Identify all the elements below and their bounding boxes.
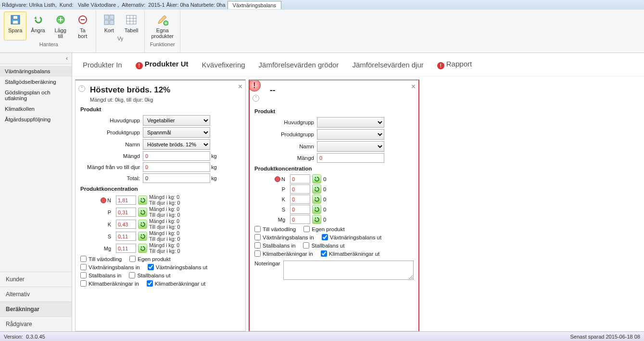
sidebar-item-atgard[interactable]: Åtgärdsuppföljning (0, 114, 72, 125)
table-view-button[interactable]: Tabell (120, 12, 143, 35)
reset-icon[interactable] (312, 205, 321, 214)
conc-s-input[interactable] (290, 205, 310, 214)
reset-icon[interactable] (138, 220, 147, 229)
reset-icon[interactable] (138, 196, 147, 205)
chk-nbin[interactable]: Växtnäringsbalans in (254, 234, 314, 240)
tab-kvavefixering[interactable]: Kvävefixering (202, 61, 245, 69)
sidebar-nav: Växtnäringsbalans Stallgödselberäkning G… (0, 64, 72, 127)
tab-produkter-ut[interactable]: !Produkter Ut (136, 60, 189, 69)
conc-k-input[interactable] (116, 220, 136, 229)
mangd-input[interactable] (143, 151, 210, 161)
undo-button[interactable]: Ångra (26, 12, 49, 40)
undo-icon (31, 13, 45, 26)
mangd-input[interactable] (317, 153, 384, 163)
save-button[interactable]: Spara (4, 12, 26, 40)
huvudgrupp-select[interactable]: Vegetabilier (143, 115, 210, 126)
conc-n-input[interactable] (116, 196, 136, 205)
remove-button[interactable]: Ta bort (72, 12, 94, 40)
section-label: Produktkoncentration (254, 166, 414, 171)
mvo-input[interactable] (143, 162, 210, 172)
chk-egen[interactable]: Egen produkt (129, 256, 170, 262)
sidebar-bottom-alternativ[interactable]: Alternativ (0, 287, 72, 302)
namn-select[interactable] (317, 141, 384, 152)
advisor-value: Ulrika Listh, (29, 2, 56, 8)
saved-label: Senast sparad (570, 334, 604, 340)
svg-rect-1 (13, 21, 18, 24)
conc-zero: 0 (323, 176, 326, 182)
chk-klut[interactable]: Klimatberäkningar ut (147, 280, 205, 287)
huvudgrupp-select[interactable] (317, 117, 384, 128)
sidebar-item-klimat[interactable]: Klimatkollen (0, 104, 72, 114)
svg-rect-7 (104, 20, 109, 25)
saved-value: 2015-06-18 08 (606, 334, 640, 340)
sidebar-item-vaxtnaringsbalans[interactable]: Växtnäringsbalans (0, 66, 72, 77)
close-icon[interactable]: × (238, 82, 242, 91)
namn-select[interactable]: Höstvete bröds. 12% (143, 139, 210, 150)
tab-rapport[interactable]: !Rapport (437, 60, 472, 69)
chk-klin[interactable]: Klimatberäkningar in (254, 250, 313, 257)
total-label: Total: (80, 175, 143, 181)
chk-tillvaxt[interactable]: Till växtodling (254, 226, 296, 232)
reset-icon[interactable] (312, 215, 321, 224)
reset-icon[interactable] (138, 232, 147, 241)
nutrient-label: Mg (254, 217, 288, 223)
unit-label: kg (211, 153, 217, 159)
card-icon (102, 13, 116, 26)
chk-nbut[interactable]: Växtnäringsbalans ut (148, 264, 207, 270)
section-label: Produkt (254, 108, 414, 114)
sidebar-bottom-berakningar[interactable]: Beräkningar (0, 302, 72, 316)
window-tab[interactable]: Växtnäringsbalans (227, 1, 282, 9)
sidebar-bottom: Kunder Alternativ Beräkningar Rådgivare (0, 272, 72, 331)
collapse-icon[interactable]: ˄ (253, 95, 259, 102)
reset-icon[interactable] (312, 174, 321, 184)
chk-tillvaxt[interactable]: Till växtodling (80, 256, 122, 262)
card-view-button[interactable]: Kort (98, 12, 120, 35)
chk-klin[interactable]: Klimatberäkningar in (80, 280, 139, 287)
collapse-icon[interactable]: ˄ (78, 85, 85, 92)
chk-egen[interactable]: Egen produkt (303, 226, 344, 232)
conc-k-input[interactable] (290, 195, 310, 204)
produktgrupp-select[interactable] (317, 129, 384, 140)
sidebar-collapse[interactable]: ‹ (0, 53, 72, 64)
nutrient-label: Mg (80, 246, 114, 251)
tab-jamf-grodor[interactable]: Jämförelsevärden grödor (259, 61, 339, 69)
chk-nbin[interactable]: Växtnäringsbalans in (80, 264, 140, 270)
produktgrupp-label: Produktgrupp (254, 131, 317, 137)
conc-n-input[interactable] (290, 174, 310, 184)
tab-produkter-in[interactable]: Produkter In (83, 61, 122, 69)
sidebar-bottom-kunder[interactable]: Kunder (0, 272, 72, 287)
sidebar-item-godslings[interactable]: Gödslingsplan och utlakning (0, 87, 72, 104)
concentration-grid: NMängd i kg: 0Till djur i kg: 0 PMängd i… (80, 195, 240, 254)
conc-s-input[interactable] (116, 232, 136, 241)
reset-icon[interactable] (138, 244, 147, 253)
produktgrupp-select[interactable]: Spannmål (143, 127, 210, 138)
chk-stut[interactable]: Stallbalans ut (303, 242, 344, 249)
chk-stin[interactable]: Stallbalans in (254, 242, 295, 249)
namn-label: Namn (80, 142, 143, 147)
reset-icon[interactable] (312, 184, 321, 194)
sidebar-bottom-radgivare[interactable]: Rådgivare (0, 316, 72, 331)
customer-value: Valle Växtodlare , (78, 2, 119, 8)
reset-icon[interactable] (312, 195, 321, 204)
add-button[interactable]: Lägg till (50, 12, 72, 40)
conc-zero: 0 (323, 186, 326, 192)
chk-stut[interactable]: Stallbalans ut (129, 272, 170, 278)
product-panel-1: × ˄ Höstvete bröds. 12% Mängd ut: 0kg, t… (75, 79, 246, 331)
chk-nbut[interactable]: Växtnäringsbalans ut (322, 234, 381, 240)
conc-mg-input[interactable] (290, 215, 310, 224)
nutrient-label: N (254, 176, 288, 182)
conc-p-input[interactable] (116, 208, 136, 217)
conc-p-input[interactable] (290, 184, 310, 194)
reset-icon[interactable] (138, 208, 147, 217)
close-icon[interactable]: × (411, 82, 416, 91)
sidebar-item-stallgodsel[interactable]: Stallgödselberäkning (0, 77, 72, 87)
customer-label: Kund: (60, 2, 74, 8)
conc-mg-input[interactable] (116, 244, 136, 253)
chk-stin[interactable]: Stallbalans in (80, 272, 121, 278)
mangd-label: Mängd (254, 155, 317, 161)
own-products-button[interactable]: Egna produkter (147, 12, 177, 40)
chk-klut[interactable]: Klimatberäkningar ut (321, 250, 379, 257)
tab-jamf-djur[interactable]: Jämförelsevärden djur (352, 61, 423, 69)
section-label: Produktkoncentration (80, 186, 240, 192)
noter-input[interactable] (283, 261, 414, 280)
